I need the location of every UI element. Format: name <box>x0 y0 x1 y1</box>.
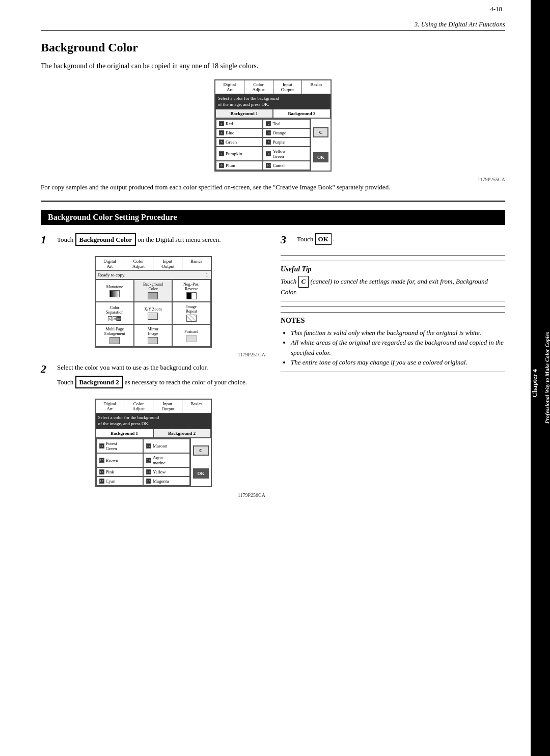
step-1-number: 1 <box>41 233 53 249</box>
color-yellowgreen[interactable]: 8YellowGreen <box>263 147 310 161</box>
da-counter: 1 <box>206 272 208 277</box>
da-colsep-label: ColorSeparation <box>106 305 123 315</box>
useful-tip-title: Useful Tip <box>281 265 505 273</box>
page-wrapper: 4-18 3. Using the Digital Art Functions … <box>0 0 550 756</box>
color-magenta[interactable]: 18Magenta <box>143 477 190 486</box>
da-multipage-label: Multi-PageEnlargement <box>104 327 125 336</box>
color-plum[interactable]: 9 Plum <box>216 161 263 170</box>
screen1-bg-tabs: Background 1 Background 2 <box>215 109 331 119</box>
notes-box: NOTES This function is valid only when t… <box>281 312 505 372</box>
da-cell-xyzoom[interactable]: X/Y Zoom <box>134 302 172 324</box>
bk-box: BK <box>117 316 121 321</box>
da-message: Ready to copy. 1 <box>96 271 211 279</box>
main-content: 4-18 3. Using the Digital Art Functions … <box>0 0 531 756</box>
step-3-number: 3 <box>281 233 293 248</box>
screen1-c-btn[interactable]: C <box>313 127 328 137</box>
notes-list: This function is valid only when the bac… <box>281 328 505 368</box>
imgrepeat-icon <box>186 315 197 322</box>
screen1-side-btns: C OK <box>311 119 331 171</box>
screen2-ok-btn[interactable]: OK <box>193 468 208 479</box>
screen1-header: DigitalArt ColorAdjust InputOutput Basic… <box>215 80 331 94</box>
m-box: M <box>113 316 117 321</box>
screen2-bg1-tab[interactable]: Background 1 <box>96 429 153 438</box>
da-screen-caption: 1179P251CA <box>41 352 265 357</box>
step-3: 3 Touch OK . <box>281 233 505 248</box>
note-item-3: The entire tone of colors may change if … <box>291 357 505 368</box>
color-teal[interactable]: 2 Teal <box>263 119 310 128</box>
da-tab-digital: DigitalArt <box>96 257 125 270</box>
color-camel[interactable]: 10 Camel <box>263 161 310 170</box>
screen1-colors-grid: 1 Red 2 Teal 3 Blue 4Orange 5 Green 6Pur… <box>215 119 311 171</box>
color-blue[interactable]: 3 Blue <box>216 128 263 137</box>
screen1-bg2-tab[interactable]: Background 2 <box>273 109 331 118</box>
step-1-content: Touch Background Color on the Digital Ar… <box>57 233 265 249</box>
color-aquamarine[interactable]: 14Aqua-marine <box>143 453 190 467</box>
for-copy-text: For copy samples and the output produced… <box>41 182 505 192</box>
da-tab-input: Input·Output <box>153 257 182 270</box>
da-xyzoom-label: X/Y Zoom <box>144 307 162 312</box>
step-1-text: Touch Background Color on the Digital Ar… <box>57 233 265 246</box>
screen2-tab-input: Input·Output <box>153 400 182 413</box>
step-2-text1: Select the color you want to use as the … <box>57 362 265 373</box>
screen2-bg2-tab[interactable]: Background 2 <box>153 429 211 438</box>
color-maroon[interactable]: 12Maroon <box>143 439 190 453</box>
da-tab-basics: Basics <box>182 257 211 270</box>
screen2-colors: 11ForestGreen 12Maroon 13 Brown 14Aqua-m… <box>96 438 191 486</box>
intro-text: The background of the original can be co… <box>41 61 505 71</box>
page-number: 4-18 <box>490 5 502 13</box>
da-cell-mirror[interactable]: MirrorImage <box>134 324 172 347</box>
color-green[interactable]: 5 Green <box>216 137 263 147</box>
screen1-mockup: DigitalArt ColorAdjust InputOutput Basic… <box>214 79 332 172</box>
step-1: 1 Touch Background Color on the Digital … <box>41 233 265 249</box>
screen1-colors: 1 Red 2 Teal 3 Blue 4Orange 5 Green 6Pur… <box>215 119 311 171</box>
two-col-layout: 1 Touch Background Color on the Digital … <box>41 233 505 498</box>
screen2-colors-grid: 11ForestGreen 12Maroon 13 Brown 14Aqua-m… <box>96 438 191 486</box>
screen1-bg1-tab[interactable]: Background 1 <box>215 109 273 118</box>
da-cell-multipage[interactable]: Multi-PageEnlargement <box>96 324 134 347</box>
screen1-tab-basics: Basics <box>302 80 331 94</box>
screen2-header: DigitalArt ColorAdjust Input·Output Basi… <box>96 400 211 413</box>
color-brown[interactable]: 13 Brown <box>96 453 143 467</box>
da-monotone-label: Monotone <box>106 285 123 289</box>
da-imgrepeat-label: ImageRepeat <box>186 304 197 314</box>
step-3-text: Touch OK . <box>297 233 505 245</box>
da-cell-bgcolor[interactable]: BackgroundColor <box>134 279 172 302</box>
color-yellow[interactable]: 16Yellow <box>143 467 190 477</box>
da-cell-monotone[interactable]: Monotone <box>96 279 134 302</box>
monotone-icon <box>109 290 120 297</box>
screen1-tab-input: InputOutput <box>273 80 302 94</box>
screen1-tab-color: ColorAdjust <box>244 80 273 94</box>
da-cell-imgrepeat[interactable]: ImageRepeat <box>172 302 210 324</box>
bgcol-icon <box>148 292 158 299</box>
da-cell-negpos[interactable]: Neg.-Pos.Reverse <box>172 279 210 302</box>
xyzoom-icon <box>148 313 158 320</box>
color-red[interactable]: 1 Red <box>216 119 263 128</box>
step2-bg2-btn[interactable]: Background 2 <box>75 376 123 389</box>
da-screen-mockup: DigitalArt ColorAdjust Input·Output Basi… <box>95 256 212 348</box>
useful-tip-text: Touch C (cancel) to cancel the settings … <box>281 276 505 296</box>
color-pumpkin[interactable]: 7Pumpkin <box>216 147 263 161</box>
col-left: 1 Touch Background Color on the Digital … <box>41 233 265 498</box>
step1-bg-color-btn[interactable]: Background Color <box>75 233 136 246</box>
da-mirror-label: MirrorImage <box>148 327 158 336</box>
da-grid: Monotone BackgroundColor Neg.-Pos.Revers… <box>96 279 211 347</box>
screen2-tab-digital: DigitalArt <box>96 400 125 413</box>
section-divider <box>41 201 505 202</box>
da-bgcolor-label: BackgroundColor <box>143 282 163 291</box>
color-pink[interactable]: 15 Pink <box>96 467 143 477</box>
color-purple[interactable]: 6Purple <box>263 137 310 147</box>
screen1-caption: 1179P255CA <box>41 177 505 182</box>
screen1-ok-btn[interactable]: OK <box>313 152 328 162</box>
step-2-number: 2 <box>41 362 53 391</box>
color-forestgreen[interactable]: 11ForestGreen <box>96 439 143 453</box>
da-postcard-label: Postcard <box>184 329 199 334</box>
step3-ok-btn[interactable]: OK <box>315 233 332 245</box>
color-orange[interactable]: 4Orange <box>263 128 310 137</box>
da-cell-postcard[interactable]: Postcard <box>172 324 210 347</box>
screen2-message: Select a color for the backgroundof the … <box>96 413 211 428</box>
screen2-tab-color: ColorAdjust <box>124 400 153 413</box>
tip-c-btn: C <box>298 276 309 287</box>
screen2-c-btn[interactable]: C <box>193 445 208 456</box>
color-cyan[interactable]: 17 Cyan <box>96 477 143 486</box>
da-cell-colsep[interactable]: ColorSeparation C M BK <box>96 302 134 324</box>
